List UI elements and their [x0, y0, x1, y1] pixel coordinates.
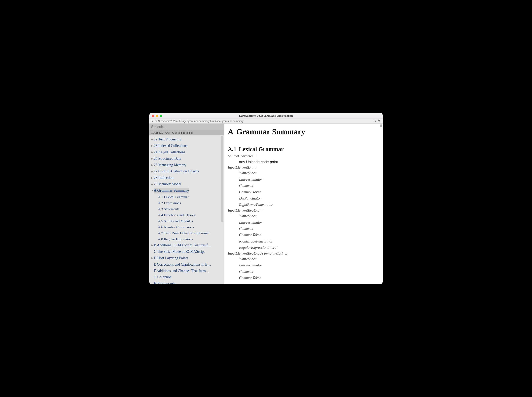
- toc-subitem[interactable]: A.6 Number Conversions: [149, 224, 224, 230]
- toc-item-label: 22 Text Processing: [154, 137, 181, 142]
- nonterminal: WhiteSpace: [239, 257, 257, 261]
- toc-item[interactable]: ▶28 Reflection: [149, 175, 224, 181]
- toc-item[interactable]: ▼A Grammar Summary: [149, 187, 224, 194]
- minimize-window-button[interactable]: [156, 115, 158, 117]
- chevron-right-icon[interactable]: ▶: [151, 170, 154, 173]
- main-document[interactable]: AGrammar Summary A.1Lexical Grammar Sour…: [224, 124, 383, 284]
- production-lhs: InputElementDiv ::: [228, 165, 378, 170]
- toc-item[interactable]: ▶24 Keyed Collections: [149, 149, 224, 155]
- nonterminal: RegularExpressionLiteral: [239, 246, 278, 249]
- toc-item[interactable]: ▶26 Managing Memory: [149, 162, 224, 168]
- production-rhs: LineTerminator: [228, 262, 378, 268]
- toc-item[interactable]: ▶29 Memory Model: [149, 181, 224, 187]
- titlebar: ECMAScript® 2023 Language Specification: [149, 113, 383, 119]
- toc-item[interactable]: G Colophon: [149, 274, 224, 280]
- production: InputElementDiv ::WhiteSpaceLineTerminat…: [228, 165, 378, 208]
- toc-item[interactable]: F Additions and Changes That Intro…: [149, 268, 224, 274]
- nonterminal: CommonToken: [239, 233, 261, 237]
- production-rhs: WhiteSpace: [228, 213, 378, 219]
- toc-header: TABLE OF CONTENTS: [149, 130, 224, 135]
- nonterminal: WhiteSpace: [239, 171, 257, 175]
- section-secnum: A.1: [228, 146, 236, 152]
- production-rhs: RightBracePunctuator: [228, 238, 378, 244]
- main-scrollbar-thumb[interactable]: [380, 124, 382, 127]
- toc-item[interactable]: C The Strict Mode of ECMAScript: [149, 248, 224, 255]
- toc-list[interactable]: ▶22 Text Processing▶23 Indexed Collectio…: [149, 135, 224, 284]
- nonterminal: InputElementRegExp: [228, 208, 259, 212]
- production-rhs: LineTerminator: [228, 176, 378, 183]
- toc-subitem[interactable]: A.1 Lexical Grammar: [149, 194, 224, 200]
- toc-item[interactable]: ▶D Host Layering Points: [149, 255, 224, 261]
- toc-item[interactable]: ▶23 Indexed Collections: [149, 143, 224, 149]
- heading-title: Grammar Summary: [236, 127, 305, 136]
- chevron-right-icon[interactable]: ▶: [151, 157, 154, 160]
- sidebar: TABLE OF CONTENTS ▶22 Text Processing▶23…: [149, 124, 224, 284]
- content-area: TABLE OF CONTENTS ▶22 Text Processing▶23…: [149, 124, 383, 284]
- toc-subitem[interactable]: A.7 Time Zone Offset String Format: [149, 230, 224, 236]
- grammar-productions: SourceCharacter ::any Unicode code point…: [228, 154, 378, 281]
- heading-secnum: A: [228, 127, 234, 136]
- chevron-right-icon[interactable]: ▶: [151, 256, 154, 260]
- production-lhs: InputElementRegExp ::: [228, 208, 378, 213]
- search-input[interactable]: [149, 124, 224, 130]
- production: SourceCharacter ::any Unicode code point: [228, 154, 378, 165]
- nonterminal: LineTerminator: [239, 177, 262, 181]
- chevron-right-icon[interactable]: ▶: [151, 138, 154, 141]
- toc-subitem[interactable]: A.8 Regular Expressions: [149, 236, 224, 242]
- search-box: [149, 124, 224, 130]
- chevron-right-icon[interactable]: ▶: [151, 163, 154, 167]
- toc-subitem[interactable]: A.5 Scripts and Modules: [149, 218, 224, 224]
- nonterminal: LineTerminator: [239, 220, 262, 224]
- production-separator: ::: [254, 154, 258, 158]
- zoom-icon[interactable]: [377, 119, 381, 123]
- production-rhs: CommonToken: [228, 275, 378, 281]
- production-rhs: Comment: [228, 269, 378, 275]
- nonterminal: CommonToken: [239, 190, 261, 194]
- chevron-right-icon[interactable]: ▶: [151, 183, 154, 186]
- toc-item-label: 26 Managing Memory: [154, 162, 186, 168]
- toc-subitem[interactable]: A.4 Functions and Classes: [149, 212, 224, 218]
- sidebar-scrollbar-thumb[interactable]: [221, 136, 223, 222]
- toc-item[interactable]: ▶27 Control Abstraction Objects: [149, 168, 224, 175]
- nonterminal: RightBracePunctuator: [239, 239, 273, 243]
- toc-item-label: B Additional ECMAScript Features f…: [154, 242, 211, 248]
- traffic-lights: [149, 115, 162, 117]
- section-title: Lexical Grammar: [239, 146, 284, 152]
- nonterminal: CommonToken: [239, 276, 261, 280]
- close-window-button[interactable]: [152, 115, 154, 117]
- nonterminal: LineTerminator: [239, 263, 262, 267]
- chevron-right-icon[interactable]: ▶: [151, 176, 154, 180]
- url-host: tc39.es: [155, 119, 163, 123]
- toc-item[interactable]: H Bibliography: [149, 280, 224, 284]
- toc-item-label: F Additions and Changes That Intro…: [154, 268, 209, 274]
- production-rhs: WhiteSpace: [228, 170, 378, 176]
- toc-item-label: G Colophon: [154, 274, 172, 280]
- production-rhs: CommonToken: [228, 232, 378, 238]
- svg-line-1: [379, 121, 380, 122]
- chevron-right-icon[interactable]: ▶: [151, 144, 154, 148]
- production-separator: ::: [284, 251, 287, 255]
- production-rhs: LineTerminator: [228, 219, 378, 226]
- chevron-down-icon[interactable]: ▼: [151, 189, 154, 192]
- nonterminal: Comment: [239, 184, 253, 188]
- toc-item[interactable]: ▶22 Text Processing: [149, 136, 224, 143]
- toc-item[interactable]: ▶25 Structured Data: [149, 155, 224, 162]
- toc-subitem[interactable]: A.2 Expressions: [149, 200, 224, 206]
- url-bar[interactable]: tc39.es/ecma262/multipage/grammar-summar…: [149, 119, 383, 124]
- nonterminal: WhiteSpace: [239, 214, 257, 218]
- chevron-right-icon[interactable]: ▶: [151, 150, 154, 154]
- toc-item[interactable]: E Corrections and Clarifications in E…: [149, 261, 224, 268]
- production-rhs: RegularExpressionLiteral: [228, 244, 378, 251]
- toc-item-label: 23 Indexed Collections: [154, 143, 187, 149]
- production-rhs: CommonToken: [228, 189, 378, 195]
- browser-window: ECMAScript® 2023 Language Specification …: [149, 113, 383, 284]
- production-lhs: InputElementRegExpOrTemplateTail ::: [228, 251, 378, 255]
- toc-subitem[interactable]: A.3 Statements: [149, 206, 224, 212]
- chevron-right-icon[interactable]: ▶: [151, 243, 154, 247]
- nonterminal: Comment: [239, 227, 253, 231]
- toc-item[interactable]: ▶B Additional ECMAScript Features f…: [149, 242, 224, 248]
- nonterminal: RightBracePunctuator: [239, 203, 273, 207]
- nonterminal: Comment: [239, 270, 253, 274]
- zoom-window-button[interactable]: [160, 115, 162, 117]
- translate-icon[interactable]: [373, 119, 376, 123]
